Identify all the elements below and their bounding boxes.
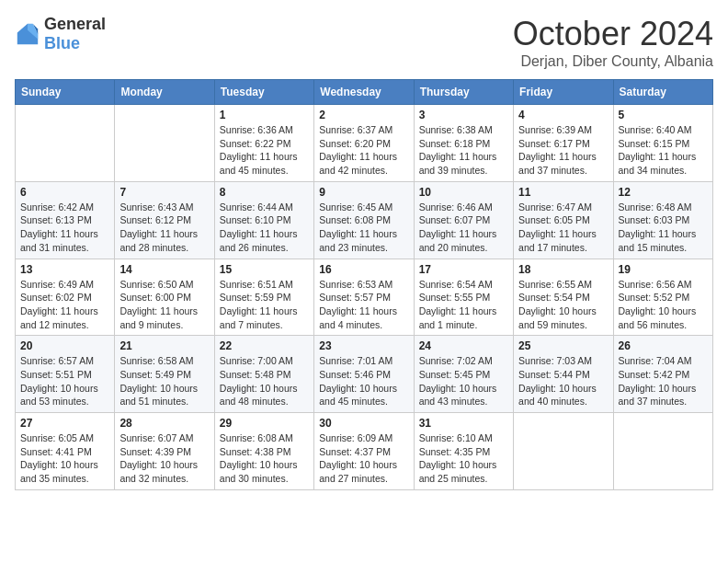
calendar-cell: 8Sunrise: 6:44 AMSunset: 6:10 PMDaylight…: [214, 181, 313, 259]
day-info: Sunrise: 6:10 AMSunset: 4:35 PMDaylight:…: [419, 431, 508, 486]
day-info: Sunrise: 6:58 AMSunset: 5:49 PMDaylight:…: [119, 354, 209, 408]
calendar-cell: 7Sunrise: 6:43 AMSunset: 6:12 PMDaylight…: [115, 181, 214, 259]
day-info: Sunrise: 6:48 AMSunset: 6:03 PMDaylight:…: [619, 201, 708, 255]
day-info: Sunrise: 6:36 AMSunset: 6:22 PMDaylight:…: [220, 123, 309, 178]
calendar-cell: 21Sunrise: 6:58 AMSunset: 5:49 PMDayligh…: [115, 336, 214, 413]
day-number: 26: [619, 339, 708, 352]
day-number: 5: [619, 109, 708, 121]
calendar-cell: 27Sunrise: 6:05 AMSunset: 4:41 PMDayligh…: [16, 413, 115, 490]
month-title: October 2024: [513, 15, 713, 53]
day-number: 3: [419, 109, 508, 121]
day-number: 9: [319, 186, 408, 199]
calendar-cell: [514, 413, 613, 490]
logo-icon: [15, 21, 40, 47]
weekday-header: Friday: [514, 80, 613, 105]
calendar-cell: 18Sunrise: 6:55 AMSunset: 5:54 PMDayligh…: [514, 259, 613, 336]
weekday-header: Thursday: [414, 80, 513, 105]
calendar-cell: [613, 413, 712, 490]
day-info: Sunrise: 6:53 AMSunset: 5:57 PMDaylight:…: [319, 278, 408, 332]
weekday-header: Monday: [115, 80, 214, 105]
calendar-cell: 11Sunrise: 6:47 AMSunset: 6:05 PMDayligh…: [514, 181, 613, 259]
day-number: 6: [20, 186, 109, 199]
day-info: Sunrise: 6:40 AMSunset: 6:15 PMDaylight:…: [619, 123, 708, 178]
day-info: Sunrise: 7:02 AMSunset: 5:45 PMDaylight:…: [419, 354, 508, 408]
calendar-table: SundayMondayTuesdayWednesdayThursdayFrid…: [15, 79, 713, 490]
logo-text: General Blue: [44, 15, 106, 53]
calendar-cell: 25Sunrise: 7:03 AMSunset: 5:44 PMDayligh…: [514, 336, 613, 413]
day-number: 20: [20, 339, 109, 352]
day-number: 8: [220, 186, 309, 199]
day-number: 29: [220, 417, 309, 430]
calendar-cell: 3Sunrise: 6:38 AMSunset: 6:18 PMDaylight…: [414, 105, 513, 182]
logo-general: General: [44, 15, 106, 33]
day-number: 18: [518, 263, 608, 276]
calendar-cell: 31Sunrise: 6:10 AMSunset: 4:35 PMDayligh…: [414, 413, 513, 490]
calendar-cell: 29Sunrise: 6:08 AMSunset: 4:38 PMDayligh…: [214, 413, 313, 490]
day-number: 31: [419, 417, 508, 430]
calendar-cell: 24Sunrise: 7:02 AMSunset: 5:45 PMDayligh…: [414, 336, 513, 413]
day-number: 23: [319, 339, 408, 352]
calendar-cell: 9Sunrise: 6:45 AMSunset: 6:08 PMDaylight…: [314, 181, 414, 259]
day-number: 4: [518, 109, 608, 121]
day-info: Sunrise: 6:57 AMSunset: 5:51 PMDaylight:…: [20, 354, 109, 408]
day-info: Sunrise: 6:43 AMSunset: 6:12 PMDaylight:…: [119, 201, 209, 255]
calendar-cell: 10Sunrise: 6:46 AMSunset: 6:07 PMDayligh…: [414, 181, 513, 259]
day-info: Sunrise: 6:05 AMSunset: 4:41 PMDaylight:…: [20, 431, 109, 486]
day-number: 1: [220, 109, 309, 121]
day-info: Sunrise: 6:49 AMSunset: 6:02 PMDaylight:…: [20, 278, 109, 332]
calendar-cell: 15Sunrise: 6:51 AMSunset: 5:59 PMDayligh…: [214, 259, 313, 336]
day-number: 16: [319, 263, 408, 276]
day-info: Sunrise: 6:55 AMSunset: 5:54 PMDaylight:…: [518, 278, 608, 332]
calendar-cell: 30Sunrise: 6:09 AMSunset: 4:37 PMDayligh…: [314, 413, 414, 490]
day-info: Sunrise: 6:08 AMSunset: 4:38 PMDaylight:…: [220, 431, 309, 486]
logo-blue: Blue: [44, 34, 80, 52]
day-info: Sunrise: 6:07 AMSunset: 4:39 PMDaylight:…: [119, 431, 209, 486]
day-number: 7: [119, 186, 209, 199]
calendar-cell: 19Sunrise: 6:56 AMSunset: 5:52 PMDayligh…: [613, 259, 712, 336]
day-info: Sunrise: 6:47 AMSunset: 6:05 PMDaylight:…: [518, 201, 608, 255]
logo: General Blue: [15, 15, 106, 53]
weekday-header: Wednesday: [314, 80, 414, 105]
calendar-cell: 17Sunrise: 6:54 AMSunset: 5:55 PMDayligh…: [414, 259, 513, 336]
day-number: 28: [119, 417, 209, 430]
calendar-cell: 23Sunrise: 7:01 AMSunset: 5:46 PMDayligh…: [314, 336, 414, 413]
day-number: 22: [220, 339, 309, 352]
calendar-cell: 16Sunrise: 6:53 AMSunset: 5:57 PMDayligh…: [314, 259, 414, 336]
calendar-week-row: 6Sunrise: 6:42 AMSunset: 6:13 PMDaylight…: [16, 181, 713, 259]
day-number: 21: [119, 339, 209, 352]
day-info: Sunrise: 6:56 AMSunset: 5:52 PMDaylight:…: [619, 278, 708, 332]
calendar-cell: 5Sunrise: 6:40 AMSunset: 6:15 PMDaylight…: [613, 105, 712, 182]
day-number: 11: [518, 186, 608, 199]
calendar-cell: 26Sunrise: 7:04 AMSunset: 5:42 PMDayligh…: [613, 336, 712, 413]
calendar-cell: 6Sunrise: 6:42 AMSunset: 6:13 PMDaylight…: [16, 181, 115, 259]
day-info: Sunrise: 6:09 AMSunset: 4:37 PMDaylight:…: [319, 431, 408, 486]
day-number: 25: [518, 339, 608, 352]
location-title: Derjan, Diber County, Albania: [513, 53, 713, 70]
weekday-header: Tuesday: [214, 80, 313, 105]
calendar-cell: [115, 105, 214, 182]
calendar-week-row: 13Sunrise: 6:49 AMSunset: 6:02 PMDayligh…: [16, 259, 713, 336]
day-number: 10: [419, 186, 508, 199]
day-info: Sunrise: 7:00 AMSunset: 5:48 PMDaylight:…: [220, 354, 309, 408]
day-number: 19: [619, 263, 708, 276]
calendar-cell: 12Sunrise: 6:48 AMSunset: 6:03 PMDayligh…: [613, 181, 712, 259]
weekday-header: Saturday: [613, 80, 712, 105]
day-info: Sunrise: 7:04 AMSunset: 5:42 PMDaylight:…: [619, 354, 708, 408]
calendar-cell: 14Sunrise: 6:50 AMSunset: 6:00 PMDayligh…: [115, 259, 214, 336]
page-header: General Blue October 2024 Derjan, Diber …: [15, 15, 713, 70]
day-number: 15: [220, 263, 309, 276]
calendar-week-row: 27Sunrise: 6:05 AMSunset: 4:41 PMDayligh…: [16, 413, 713, 490]
day-info: Sunrise: 6:54 AMSunset: 5:55 PMDaylight:…: [419, 278, 508, 332]
day-number: 30: [319, 417, 408, 430]
calendar-cell: 28Sunrise: 6:07 AMSunset: 4:39 PMDayligh…: [115, 413, 214, 490]
weekday-header: Sunday: [16, 80, 115, 105]
day-number: 2: [319, 109, 408, 121]
calendar-week-row: 1Sunrise: 6:36 AMSunset: 6:22 PMDaylight…: [16, 105, 713, 182]
day-number: 12: [619, 186, 708, 199]
calendar-cell: 4Sunrise: 6:39 AMSunset: 6:17 PMDaylight…: [514, 105, 613, 182]
day-info: Sunrise: 6:51 AMSunset: 5:59 PMDaylight:…: [220, 278, 309, 332]
day-info: Sunrise: 6:44 AMSunset: 6:10 PMDaylight:…: [220, 201, 309, 255]
calendar-cell: 13Sunrise: 6:49 AMSunset: 6:02 PMDayligh…: [16, 259, 115, 336]
day-info: Sunrise: 7:03 AMSunset: 5:44 PMDaylight:…: [518, 354, 608, 408]
calendar-cell: 1Sunrise: 6:36 AMSunset: 6:22 PMDaylight…: [214, 105, 313, 182]
